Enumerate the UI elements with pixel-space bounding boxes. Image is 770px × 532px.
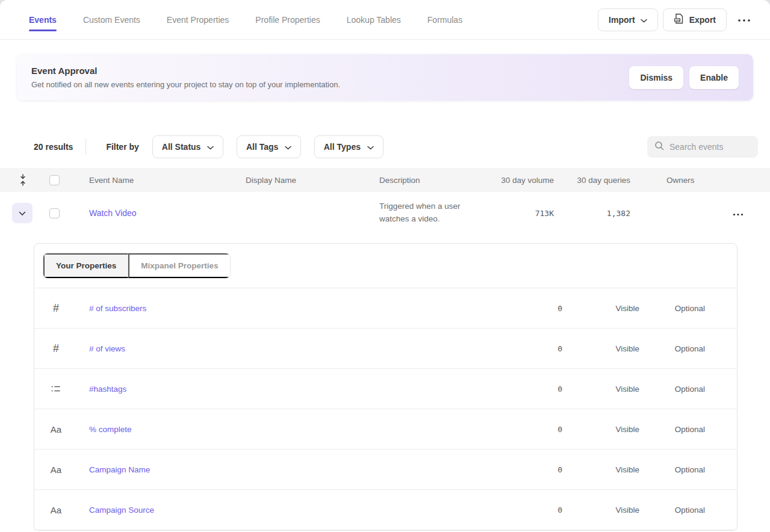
property-count: 0 — [502, 304, 562, 313]
event-properties-panel: Your Properties Mixpanel Properties # # … — [34, 243, 737, 531]
export-button[interactable]: csv Export — [663, 8, 727, 31]
property-requirement: Optional — [639, 465, 705, 474]
properties-list: # # of subscribers 0 Visible Optional # … — [34, 288, 737, 530]
table-header: Event Name Display Name Description 30 d… — [0, 168, 770, 192]
enable-button[interactable]: Enable — [689, 66, 739, 89]
property-name-link[interactable]: % complete — [63, 425, 502, 434]
filter-dropdown-label: All Status — [162, 142, 201, 152]
property-visibility: Visible — [562, 304, 639, 313]
svg-text:csv: csv — [675, 19, 680, 22]
property-visibility: Visible — [562, 385, 639, 394]
properties-tab-bar: Your Properties Mixpanel Properties — [34, 244, 737, 288]
property-row: # # of subscribers 0 Visible Optional — [34, 288, 737, 329]
filter-dropdown-label: All Types — [324, 142, 361, 152]
search-box[interactable] — [647, 136, 758, 158]
filter-by-label: Filter by — [106, 142, 138, 152]
filter-dropdown-label: All Tags — [246, 142, 278, 152]
property-count: 0 — [502, 506, 562, 515]
header-description: Description — [362, 176, 489, 185]
event-approval-banner: Event Approval Get notified on all new e… — [17, 54, 753, 101]
filter-toolbar: 20 results Filter by All Status All Tags… — [34, 135, 758, 158]
divider — [85, 139, 86, 155]
chevron-down-icon — [207, 142, 214, 152]
property-requirement: Optional — [639, 506, 705, 515]
property-count: 0 — [502, 344, 562, 353]
text-type-icon: Aa — [49, 424, 63, 435]
banner-description: Get notified on all new events entering … — [31, 80, 340, 89]
banner-title: Event Approval — [31, 66, 340, 76]
property-name-link[interactable]: #hashtags — [63, 385, 502, 394]
nav-tab[interactable]: Profile Properties — [255, 0, 320, 39]
property-name-link[interactable]: Campaign Source — [63, 506, 502, 515]
property-count: 0 — [502, 385, 562, 394]
header-event-name: Event Name — [72, 176, 229, 185]
property-requirement: Optional — [639, 344, 705, 353]
chevron-down-icon — [367, 142, 374, 152]
import-button[interactable]: Import — [598, 8, 658, 31]
property-visibility: Visible — [562, 465, 639, 474]
event-name-link[interactable]: Watch Video — [89, 208, 137, 218]
nav-tab[interactable]: Event Properties — [167, 0, 229, 39]
export-label: Export — [689, 15, 716, 25]
table-row: Watch Video Triggered when a user watche… — [0, 192, 770, 234]
list-type-icon — [49, 385, 63, 393]
chevron-down-icon — [19, 209, 26, 218]
property-name-link[interactable]: # of views — [63, 344, 502, 353]
top-nav: Events Custom Events Event Properties Pr… — [0, 0, 770, 40]
csv-file-icon: csv — [674, 13, 684, 26]
properties-tab[interactable]: Your Properties — [43, 253, 128, 278]
properties-segmented-control: Your Properties Mixpanel Properties — [43, 253, 231, 279]
nav-tab[interactable]: Formulas — [427, 0, 462, 39]
property-count: 0 — [502, 465, 562, 474]
text-type-icon: Aa — [49, 465, 63, 475]
property-row: # # of views 0 Visible Optional — [34, 329, 737, 369]
nav-tab[interactable]: Custom Events — [83, 0, 140, 39]
filter-dropdown[interactable]: All Status — [152, 135, 224, 158]
number-type-icon: # — [49, 302, 63, 315]
property-visibility: Visible — [562, 344, 639, 353]
ellipsis-icon — [737, 15, 751, 24]
row-actions-button[interactable] — [718, 209, 758, 218]
row-checkbox[interactable] — [49, 208, 60, 218]
filter-dropdown[interactable]: All Types — [314, 135, 383, 158]
property-name-link[interactable]: # of subscribers — [63, 304, 502, 313]
properties-tab[interactable]: Mixpanel Properties — [128, 253, 229, 278]
more-options-button[interactable] — [731, 15, 757, 24]
nav-tab[interactable]: Events — [29, 0, 57, 39]
nav-tabs: Events Custom Events Event Properties Pr… — [29, 0, 462, 39]
property-row: #hashtags 0 Visible Optional — [34, 369, 737, 409]
nav-tab[interactable]: Lookup Tables — [347, 0, 401, 39]
property-requirement: Optional — [639, 385, 705, 394]
search-icon — [654, 141, 664, 153]
description-cell: Triggered when a user watches a video. — [362, 200, 489, 226]
property-row: Aa % complete 0 Visible Optional — [34, 409, 737, 450]
property-visibility: Visible — [562, 425, 639, 434]
header-display-name: Display Name — [229, 176, 362, 185]
number-type-icon: # — [49, 342, 63, 355]
header-queries: 30 day queries — [554, 176, 630, 185]
volume-cell: 713K — [489, 209, 554, 218]
banner-actions: Dismiss Enable — [629, 66, 739, 89]
header-volume: 30 day volume — [489, 176, 554, 185]
property-name-link[interactable]: Campaign Name — [63, 465, 502, 474]
property-count: 0 — [502, 425, 562, 434]
import-label: Import — [609, 15, 635, 25]
property-row: Aa Campaign Source 0 Visible Optional — [34, 490, 737, 530]
property-requirement: Optional — [639, 304, 705, 313]
text-type-icon: Aa — [49, 505, 63, 515]
select-all-checkbox[interactable] — [49, 175, 60, 185]
chevron-down-icon — [285, 142, 291, 152]
property-row: Aa Campaign Name 0 Visible Optional — [34, 450, 737, 490]
dismiss-button[interactable]: Dismiss — [629, 66, 683, 89]
header-owners: Owners — [630, 176, 718, 185]
chevron-down-icon — [641, 15, 647, 25]
banner-text: Event Approval Get notified on all new e… — [31, 66, 340, 89]
property-requirement: Optional — [639, 425, 705, 434]
collapse-all-icon[interactable] — [12, 174, 34, 186]
filter-dropdown[interactable]: All Tags — [237, 135, 301, 158]
search-input[interactable] — [669, 142, 751, 152]
collapse-row-button[interactable] — [12, 203, 33, 223]
nav-actions: Import csv Export — [598, 8, 757, 31]
filter-dropdowns: All Status All Tags All Types — [152, 135, 394, 158]
lexicon-events-page: Events Custom Events Event Properties Pr… — [0, 0, 770, 532]
